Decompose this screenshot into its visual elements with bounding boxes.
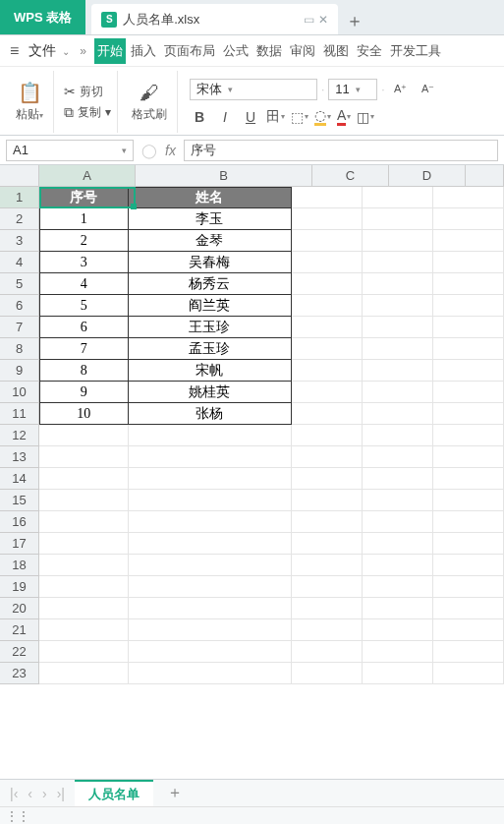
column-header-B[interactable]: B <box>136 165 312 187</box>
cell-D7[interactable] <box>363 317 433 338</box>
cell-E16[interactable] <box>433 511 504 533</box>
cell-A15[interactable] <box>39 490 129 511</box>
underline-button[interactable]: U <box>239 106 262 128</box>
cell-B13[interactable] <box>129 446 292 468</box>
cell-E6[interactable] <box>433 295 504 317</box>
cell-C15[interactable] <box>292 490 363 511</box>
cell-B10[interactable]: 姚桂英 <box>129 382 292 403</box>
cell-E22[interactable] <box>433 641 504 663</box>
cell-B1[interactable]: 姓名 <box>129 187 292 208</box>
row-header-21[interactable]: 21 <box>0 619 39 641</box>
cut-button[interactable]: ✂剪切 <box>64 84 111 100</box>
cell-B3[interactable]: 金琴 <box>129 230 292 252</box>
font-size-select[interactable]: 11▾ <box>328 79 377 100</box>
cell-E3[interactable] <box>433 230 504 252</box>
ribbon-tab-0[interactable]: 开始 <box>94 38 126 64</box>
ribbon-tab-5[interactable]: 审阅 <box>287 38 318 64</box>
cell-A7[interactable]: 6 <box>39 317 129 338</box>
prev-sheet-icon[interactable]: ‹ <box>24 784 36 803</box>
last-sheet-icon[interactable]: ›| <box>53 784 69 803</box>
file-tab[interactable]: S 人员名单.xlsx ▭ ✕ <box>91 4 338 34</box>
cell-B16[interactable] <box>129 511 292 533</box>
cell-B15[interactable] <box>129 490 292 511</box>
ribbon-tab-7[interactable]: 安全 <box>354 38 385 64</box>
column-header-C[interactable]: C <box>312 165 389 187</box>
row-header-15[interactable]: 15 <box>0 490 39 511</box>
row-header-18[interactable]: 18 <box>0 555 39 576</box>
select-all-corner[interactable] <box>0 165 39 187</box>
cell-B11[interactable]: 张杨 <box>129 403 292 425</box>
cell-C20[interactable] <box>292 598 363 619</box>
increase-font-button[interactable]: A⁺ <box>389 79 413 100</box>
cell-C14[interactable] <box>292 468 363 490</box>
row-header-1[interactable]: 1 <box>0 187 39 208</box>
new-tab-button[interactable]: ＋ <box>338 6 371 34</box>
fx-icon[interactable]: fx <box>165 143 176 158</box>
cell-E12[interactable] <box>433 425 504 446</box>
cell-D6[interactable] <box>363 295 433 317</box>
cell-D22[interactable] <box>363 641 433 663</box>
formula-input[interactable]: 序号 <box>184 140 498 161</box>
decrease-font-button[interactable]: A⁻ <box>417 79 440 100</box>
cell-A21[interactable] <box>39 619 129 641</box>
cell-A2[interactable]: 1 <box>39 208 129 230</box>
ribbon-tab-3[interactable]: 公式 <box>220 38 252 64</box>
cell-B12[interactable] <box>129 425 292 446</box>
bold-button[interactable]: B <box>188 106 211 128</box>
row-header-11[interactable]: 11 <box>0 403 39 425</box>
cell-A16[interactable] <box>39 511 129 533</box>
cell-B9[interactable]: 宋帆 <box>129 360 292 382</box>
ribbon-tab-8[interactable]: 开发工具 <box>387 38 444 64</box>
more-tabs-icon[interactable]: » <box>76 44 90 58</box>
cell-A23[interactable] <box>39 663 129 684</box>
cell-C4[interactable] <box>292 252 363 273</box>
cell-A6[interactable]: 5 <box>39 295 129 317</box>
row-header-5[interactable]: 5 <box>0 273 39 295</box>
cell-D12[interactable] <box>363 425 433 446</box>
format-painter-button[interactable]: 🖌 格式刷 <box>128 80 171 125</box>
column-header-D[interactable]: D <box>389 165 466 187</box>
cell-C2[interactable] <box>292 208 363 230</box>
row-header-16[interactable]: 16 <box>0 511 39 533</box>
row-header-19[interactable]: 19 <box>0 576 39 598</box>
cell-A13[interactable] <box>39 446 129 468</box>
cell-D11[interactable] <box>363 403 433 425</box>
cell-C13[interactable] <box>292 446 363 468</box>
cell-B17[interactable] <box>129 533 292 555</box>
row-header-4[interactable]: 4 <box>0 252 39 273</box>
cell-A14[interactable] <box>39 468 129 490</box>
ribbon-tab-1[interactable]: 插入 <box>128 38 159 64</box>
cell-A12[interactable] <box>39 425 129 446</box>
row-header-14[interactable]: 14 <box>0 468 39 490</box>
cell-D23[interactable] <box>363 663 433 684</box>
cell-B14[interactable] <box>129 468 292 490</box>
cell-E9[interactable] <box>433 360 504 382</box>
cell-C19[interactable] <box>292 576 363 598</box>
cell-A20[interactable] <box>39 598 129 619</box>
cell-B4[interactable]: 吴春梅 <box>129 252 292 273</box>
italic-button[interactable]: I <box>213 106 237 128</box>
clear-button[interactable]: ◫▾ <box>355 106 376 128</box>
row-header-10[interactable]: 10 <box>0 382 39 403</box>
tab-close-icon[interactable]: ✕ <box>318 13 328 27</box>
cell-A4[interactable]: 3 <box>39 252 129 273</box>
cell-C23[interactable] <box>292 663 363 684</box>
ribbon-tab-4[interactable]: 数据 <box>253 38 285 64</box>
cell-D4[interactable] <box>363 252 433 273</box>
cell-B5[interactable]: 杨秀云 <box>129 273 292 295</box>
cell-E23[interactable] <box>433 663 504 684</box>
cell-B23[interactable] <box>129 663 292 684</box>
cell-B20[interactable] <box>129 598 292 619</box>
cell-D17[interactable] <box>363 533 433 555</box>
cell-A11[interactable]: 10 <box>39 403 129 425</box>
cell-B21[interactable] <box>129 619 292 641</box>
cell-D18[interactable] <box>363 555 433 576</box>
cell-D3[interactable] <box>363 230 433 252</box>
cell-C8[interactable] <box>292 338 363 360</box>
copy-button[interactable]: ⧉复制▾ <box>64 104 111 121</box>
cell-A9[interactable]: 8 <box>39 360 129 382</box>
cell-C18[interactable] <box>292 555 363 576</box>
row-header-6[interactable]: 6 <box>0 295 39 317</box>
cell-E14[interactable] <box>433 468 504 490</box>
cancel-formula-icon[interactable]: ◯ <box>141 143 157 158</box>
